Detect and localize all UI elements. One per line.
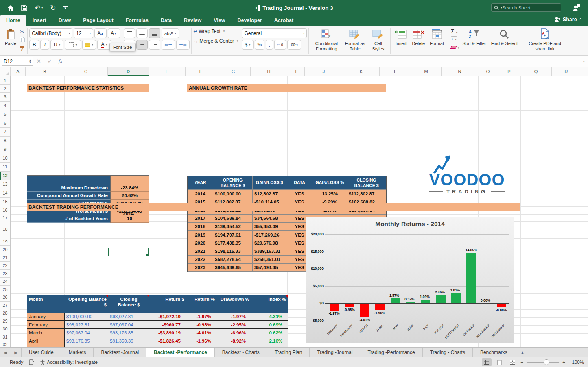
btp-cell[interactable]: May: [27, 345, 65, 347]
row-header-12[interactable]: 12: [0, 172, 10, 180]
percent-format-button[interactable]: %: [255, 40, 265, 50]
create-pdf-button[interactable]: A Create PDF and share link: [525, 27, 565, 52]
increase-decimal-button[interactable]: ⇦.0: [274, 40, 286, 50]
btp-cell[interactable]: $97,067.04: [65, 329, 108, 337]
row-header-16[interactable]: 16: [0, 206, 10, 214]
align-middle-button[interactable]: [136, 28, 148, 38]
sheet-tab-trading-plan[interactable]: Trading Plan: [267, 348, 310, 357]
chart-bar-december[interactable]: [497, 304, 506, 307]
btp-cell[interactable]: $1,432.52: [149, 345, 186, 347]
undo-dropdown-icon[interactable]: ▾: [41, 6, 43, 10]
btp-cell[interactable]: January: [27, 313, 65, 321]
btp-cell[interactable]: 0.62%: [251, 329, 288, 337]
paste-button[interactable]: Paste: [3, 27, 18, 47]
currency-format-button[interactable]: $▾: [242, 40, 253, 50]
font-size-combo[interactable]: 12▾: [74, 28, 93, 38]
agr-cell[interactable]: $34,664.68: [253, 215, 286, 223]
home-icon[interactable]: [7, 5, 14, 11]
add-sheet-button[interactable]: +: [515, 348, 530, 357]
column-header-G[interactable]: G: [216, 67, 251, 76]
stats-value[interactable]: 24.62%: [110, 192, 149, 200]
agr-cell[interactable]: $845,639.65: [213, 264, 253, 272]
share-button[interactable]: Share ⌃: [554, 17, 582, 22]
monthly-performance-table[interactable]: MonthOpening Balance $Closing Balance $R…: [27, 295, 288, 347]
selected-cell-d12[interactable]: [108, 248, 149, 256]
btp-cell[interactable]: -$1,972.19: [149, 313, 186, 321]
btp-cell[interactable]: $91,350.39: [65, 345, 108, 347]
sheet-tab-trading-journal[interactable]: Trading -Journal: [310, 348, 360, 357]
chart-bar-april[interactable]: [375, 304, 385, 310]
agr-cell[interactable]: 2018: [188, 223, 213, 231]
btp-cell[interactable]: -8.92%: [216, 337, 251, 345]
btp-cell[interactable]: $98,027.81: [65, 321, 108, 329]
orientation-button[interactable]: ab↗▾: [162, 28, 179, 38]
column-header-M[interactable]: M: [411, 67, 442, 76]
btp-cell[interactable]: 4.31%: [251, 313, 288, 321]
chart-bar-september[interactable]: [451, 293, 461, 303]
clear-button[interactable]: ▾: [451, 43, 459, 50]
formula-input[interactable]: [66, 56, 579, 67]
ribbon-tab-developer[interactable]: Developer: [231, 15, 268, 26]
ribbon-tab-review[interactable]: Review: [178, 15, 208, 26]
agr-cell[interactable]: 2022: [188, 256, 213, 264]
font-name-combo[interactable]: Calibri (Body)▾: [29, 28, 72, 38]
agr-cell[interactable]: $57,494.35: [253, 264, 286, 272]
row-header-15[interactable]: 15: [0, 198, 10, 206]
format-as-table-button[interactable]: Format as Table: [343, 27, 367, 52]
agr-cell[interactable]: $389,163.31: [253, 247, 286, 255]
conditional-formatting-button[interactable]: ≠ Conditional Formatting: [311, 27, 341, 52]
row-header-6[interactable]: 6: [0, 119, 10, 128]
ribbon-tab-view[interactable]: View: [208, 15, 231, 26]
formula-bar-expand-icon[interactable]: ▾: [583, 59, 585, 63]
row-header-31[interactable]: 31: [0, 333, 10, 341]
agr-cell[interactable]: 2014: [188, 190, 213, 198]
column-header-Q[interactable]: Q: [520, 67, 552, 76]
agr-cell[interactable]: $139,354.52: [213, 223, 253, 231]
agr-cell[interactable]: $194,707.61: [213, 231, 253, 239]
row-header-3[interactable]: 3: [0, 93, 10, 102]
column-header-A[interactable]: A: [11, 67, 26, 76]
chart-bar-february[interactable]: [345, 304, 354, 307]
tab-scroll-left-icon[interactable]: ◀: [0, 348, 11, 357]
ribbon-tab-acrobat[interactable]: Acrobat: [268, 15, 299, 26]
btp-cell[interactable]: -1.97%: [216, 313, 251, 321]
agr-cell[interactable]: $100,000.00: [213, 190, 253, 198]
agr-cell[interactable]: 2023: [188, 264, 213, 272]
row-header-5[interactable]: 5: [0, 110, 10, 119]
agr-cell[interactable]: $587,278.64: [213, 256, 253, 264]
align-bottom-button[interactable]: [149, 28, 160, 38]
agr-cell[interactable]: $12,802.87: [253, 190, 286, 198]
btp-cell[interactable]: April: [27, 337, 65, 345]
btp-cell[interactable]: 2.10%: [251, 337, 288, 345]
btp-cell[interactable]: -6.96%: [216, 329, 251, 337]
macro-record-icon[interactable]: [29, 359, 34, 365]
row-header-25[interactable]: 25: [0, 286, 10, 294]
chart-bar-may[interactable]: [391, 298, 400, 303]
underline-button[interactable]: U▾: [50, 40, 63, 50]
bold-button[interactable]: B: [29, 40, 39, 50]
column-header-D[interactable]: D: [108, 67, 149, 76]
row-header-27[interactable]: 27: [0, 302, 10, 310]
column-header-R[interactable]: R: [552, 67, 581, 76]
align-center-button[interactable]: [136, 40, 148, 50]
ribbon-tab-home[interactable]: Home: [0, 15, 26, 26]
chart-bar-october[interactable]: [466, 253, 476, 303]
ribbon-collapse-chevron-icon[interactable]: ⌃: [579, 17, 582, 22]
tab-scroll-right-icon[interactable]: ▶: [11, 348, 21, 357]
btp-cell[interactable]: $91,350.39: [108, 337, 149, 345]
ribbon-tab-insert[interactable]: Insert: [26, 15, 52, 26]
btp-cell[interactable]: -$3,890.19: [149, 329, 186, 337]
agr-cell[interactable]: 2020: [188, 239, 213, 247]
column-header-E[interactable]: E: [149, 67, 186, 76]
row-header-24[interactable]: 24: [0, 278, 10, 286]
sort-filter-button[interactable]: AZ Sort & Filter: [461, 27, 488, 47]
undo-icon[interactable]: ↶▾: [35, 4, 43, 12]
agr-cell[interactable]: $258,361.01: [253, 256, 286, 264]
cut-icon[interactable]: ✂: [20, 28, 25, 35]
chart-bar-march[interactable]: [360, 304, 369, 317]
ribbon-tab-data[interactable]: Data: [155, 15, 178, 26]
chart-bar-august[interactable]: [436, 295, 446, 303]
feedback-person-icon[interactable]: [573, 3, 581, 11]
sheet-tab-trading-charts[interactable]: Trading - Charts: [423, 348, 473, 357]
column-header-N[interactable]: N: [442, 67, 478, 76]
